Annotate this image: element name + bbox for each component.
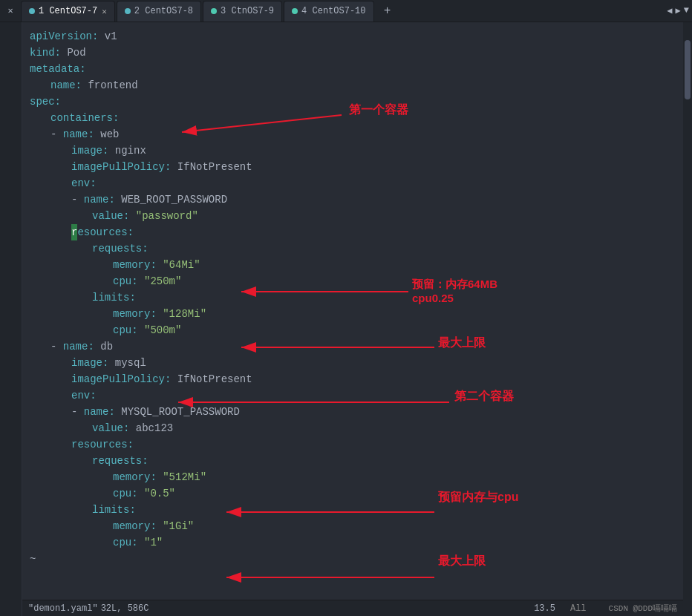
code-line: imagePullPolicy: IfNotPresent bbox=[30, 371, 683, 387]
code-line: cpu: "250m" bbox=[30, 273, 683, 289]
tab-label: 1 CentOS7-7 bbox=[39, 6, 97, 16]
tab-menu[interactable]: ▼ bbox=[684, 5, 689, 16]
annotation-first-container: 第一个容器 bbox=[349, 102, 408, 118]
code-line: limits: bbox=[30, 289, 683, 306]
vim-filename: "demon1.yaml" bbox=[28, 603, 98, 614]
watermark: CSDN @DDD嗝嗝嗝 bbox=[609, 603, 677, 614]
code-line: cpu: "0.5" bbox=[30, 485, 683, 502]
code-line: ~ bbox=[30, 551, 683, 567]
tab-right-arrow[interactable]: ▶ bbox=[676, 5, 681, 16]
tab-label: 2 CentOS7-8 bbox=[134, 6, 193, 16]
annotation-max-limit-2: 最大上限 bbox=[438, 554, 486, 569]
new-tab-button[interactable]: + bbox=[379, 2, 396, 20]
code-line: - name: MYSQL_ROOT_PASSWORD bbox=[30, 404, 683, 420]
code-line: env: bbox=[30, 387, 683, 404]
window-close-button[interactable]: ✕ bbox=[3, 4, 18, 19]
code-line: name: frontend bbox=[30, 77, 683, 94]
tab-centos7-8[interactable]: 2 CentOS7-8 bbox=[117, 1, 201, 22]
code-line: image: nginx bbox=[30, 142, 683, 159]
tab-dot bbox=[292, 8, 298, 14]
tab-bar: ✕ 1 CentOS7-7 ✕ 2 CentOS7-8 3 CtnOS7-9 4… bbox=[0, 0, 692, 22]
annotation-reserve-memory: 预留：内存64MB cpu0.25 bbox=[412, 278, 497, 304]
tab-label: 3 CtnOS7-9 bbox=[221, 6, 274, 16]
left-gutter bbox=[0, 22, 22, 616]
tab-dot bbox=[125, 8, 131, 14]
code-line: imagePullPolicy: IfNotPresent bbox=[30, 159, 683, 175]
code-line: env: bbox=[30, 175, 683, 191]
tab-close[interactable]: ✕ bbox=[102, 7, 107, 16]
annotation-reserve-mem-cpu: 预留内存与cpu bbox=[438, 490, 518, 505]
code-line: requests: bbox=[30, 240, 683, 257]
code-line: memory: "1Gi" bbox=[30, 518, 683, 534]
vim-lines: 32L, 586C bbox=[101, 603, 149, 614]
annotation-max-limit-1: 最大上限 bbox=[438, 335, 486, 351]
scrollbar[interactable] bbox=[683, 22, 692, 616]
annotation-second-container: 第二个容器 bbox=[454, 389, 514, 404]
code-line: resources: bbox=[30, 436, 683, 453]
main-area: apiVersion: v1kind: Podmetadata:name: fr… bbox=[0, 22, 692, 616]
code-line: cpu: "500m" bbox=[30, 322, 683, 338]
vim-mode: All bbox=[570, 603, 587, 614]
code-line: limits: bbox=[30, 502, 683, 518]
code-line: memory: "64Mi" bbox=[30, 257, 683, 273]
tab-dot bbox=[29, 8, 35, 14]
code-line: - name: WEB_ROOT_PASSWORD bbox=[30, 191, 683, 208]
code-line: kind: Pod bbox=[30, 45, 683, 61]
code-line: metadata: bbox=[30, 61, 683, 77]
code-line: - name: web bbox=[30, 126, 683, 142]
scrollbar-thumb[interactable] bbox=[685, 40, 691, 99]
vim-position: 13.5 bbox=[534, 603, 555, 614]
code-line: apiVersion: v1 bbox=[30, 28, 683, 45]
vim-status-bar: "demon1.yaml" 32L, 586C 13.5 All CSDN @D… bbox=[22, 600, 683, 616]
code-editor[interactable]: apiVersion: v1kind: Podmetadata:name: fr… bbox=[22, 22, 683, 616]
tab-ctnos7-9[interactable]: 3 CtnOS7-9 bbox=[203, 1, 282, 22]
tab-centos7-7[interactable]: 1 CentOS7-7 ✕ bbox=[21, 1, 115, 22]
code-line: value: "password" bbox=[30, 208, 683, 224]
code-line: image: mysql bbox=[30, 355, 683, 371]
code-line: value: abc123 bbox=[30, 420, 683, 436]
code-line: cpu: "1" bbox=[30, 534, 683, 551]
tab-centos7-10[interactable]: 4 CentOS7-10 bbox=[284, 1, 373, 22]
tab-scroll-arrows[interactable]: ◀ ▶ ▼ bbox=[667, 5, 689, 16]
code-line: requests: bbox=[30, 453, 683, 469]
tab-label: 4 CentOS7-10 bbox=[301, 6, 365, 16]
tab-dot bbox=[211, 8, 217, 14]
code-line: memory: "128Mi" bbox=[30, 306, 683, 322]
tab-left-arrow[interactable]: ◀ bbox=[667, 5, 672, 16]
code-line: memory: "512Mi" bbox=[30, 469, 683, 485]
code-line: - name: db bbox=[30, 338, 683, 355]
code-line: resources: bbox=[30, 224, 683, 240]
